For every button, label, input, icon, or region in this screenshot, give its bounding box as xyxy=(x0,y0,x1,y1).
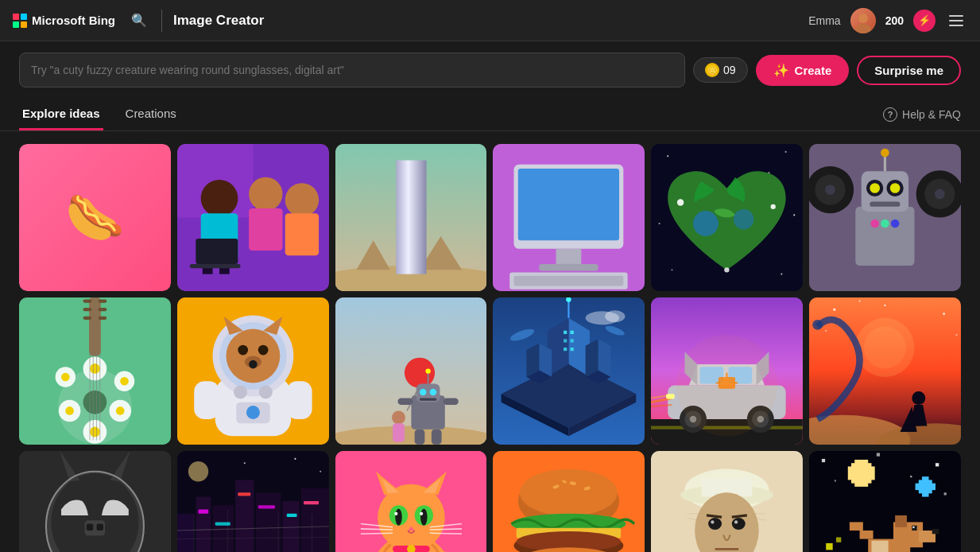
svg-rect-18 xyxy=(396,161,426,274)
coin-icon: 🪙 xyxy=(705,63,719,77)
svg-point-0 xyxy=(858,14,868,23)
svg-point-168 xyxy=(676,335,777,436)
search-icon[interactable]: 🔍 xyxy=(128,10,150,32)
svg-point-173 xyxy=(864,327,906,369)
svg-point-256 xyxy=(520,469,618,516)
help-link[interactable]: ? Help & FAQ xyxy=(883,107,961,122)
bing-logo-icon: Microsoft Bing xyxy=(13,14,115,28)
svg-point-10 xyxy=(285,184,319,217)
svg-point-46 xyxy=(935,189,945,200)
list-item[interactable] xyxy=(651,144,803,291)
svg-rect-306 xyxy=(850,523,863,531)
svg-rect-114 xyxy=(397,398,413,405)
svg-rect-102 xyxy=(287,382,312,420)
svg-rect-209 xyxy=(198,510,208,514)
svg-point-37 xyxy=(677,200,684,206)
image-grid-container: 🌭 xyxy=(0,131,980,552)
svg-point-31 xyxy=(793,215,795,216)
svg-rect-303 xyxy=(913,527,915,528)
list-item[interactable] xyxy=(335,451,487,552)
svg-point-78 xyxy=(116,407,125,416)
list-item[interactable] xyxy=(177,451,329,552)
svg-point-223 xyxy=(320,471,321,472)
list-item[interactable] xyxy=(493,297,645,445)
svg-point-4 xyxy=(201,180,238,217)
list-item[interactable] xyxy=(493,451,645,552)
svg-line-243 xyxy=(360,534,392,535)
header-divider xyxy=(161,10,162,32)
list-item[interactable] xyxy=(177,144,329,291)
tab-explore[interactable]: Explore ideas xyxy=(19,99,103,130)
surprise-button[interactable]: Surprise me xyxy=(857,56,961,85)
avatar[interactable] xyxy=(850,8,876,33)
svg-point-182 xyxy=(825,330,827,332)
svg-point-119 xyxy=(425,369,430,374)
svg-point-38 xyxy=(771,204,776,209)
svg-point-220 xyxy=(188,462,208,482)
svg-point-56 xyxy=(871,220,880,228)
svg-rect-202 xyxy=(301,488,329,552)
svg-rect-53 xyxy=(870,202,900,207)
help-label: Help & FAQ xyxy=(902,108,961,121)
svg-rect-310 xyxy=(872,541,889,552)
svg-rect-210 xyxy=(215,523,230,526)
svg-rect-9 xyxy=(249,208,282,251)
hamburger-menu-icon[interactable] xyxy=(945,10,967,32)
svg-rect-113 xyxy=(420,398,436,401)
svg-point-91 xyxy=(238,345,248,356)
list-item[interactable] xyxy=(19,297,171,445)
svg-rect-211 xyxy=(238,493,250,496)
svg-point-100 xyxy=(246,406,260,419)
svg-point-236 xyxy=(395,509,401,526)
svg-rect-47 xyxy=(855,207,914,266)
svg-point-94 xyxy=(249,360,258,369)
svg-point-70 xyxy=(61,373,70,382)
svg-rect-287 xyxy=(877,453,880,457)
svg-rect-212 xyxy=(258,506,275,509)
logo-area: Microsoft Bing 🔍 xyxy=(13,10,150,32)
coin-count-badge: 09 xyxy=(723,64,736,76)
svg-rect-101 xyxy=(194,382,219,420)
svg-rect-117 xyxy=(432,430,442,445)
svg-rect-304 xyxy=(895,515,907,527)
svg-point-97 xyxy=(234,386,247,399)
svg-rect-60 xyxy=(89,297,101,356)
boost-icon[interactable]: ⚡ xyxy=(913,10,935,32)
svg-rect-290 xyxy=(910,476,912,478)
list-item[interactable] xyxy=(809,297,961,445)
svg-point-276 xyxy=(734,521,738,524)
svg-rect-13 xyxy=(190,264,241,268)
search-input-wrapper[interactable] xyxy=(19,52,685,87)
list-item[interactable] xyxy=(335,297,487,445)
list-item[interactable] xyxy=(493,144,645,291)
list-item[interactable] xyxy=(177,297,329,445)
svg-point-222 xyxy=(294,458,296,460)
list-item[interactable] xyxy=(19,451,171,552)
svg-rect-213 xyxy=(287,514,297,517)
list-item[interactable] xyxy=(809,451,961,552)
svg-rect-135 xyxy=(564,331,567,334)
svg-rect-139 xyxy=(564,348,567,351)
tab-creations[interactable]: Creations xyxy=(122,99,180,130)
svg-rect-288 xyxy=(935,464,939,467)
svg-rect-200 xyxy=(255,493,281,552)
list-item[interactable] xyxy=(335,144,487,291)
svg-point-237 xyxy=(420,509,427,526)
surprise-label: Surprise me xyxy=(874,64,943,77)
create-button[interactable]: ✨ Create xyxy=(756,55,850,86)
list-item[interactable] xyxy=(809,144,961,291)
search-input[interactable] xyxy=(31,64,673,76)
svg-point-32 xyxy=(659,223,660,224)
svg-point-144 xyxy=(605,311,625,323)
svg-rect-291 xyxy=(944,493,947,496)
list-item[interactable]: 🌭 xyxy=(19,144,171,291)
svg-point-178 xyxy=(812,320,823,330)
list-item[interactable] xyxy=(651,297,803,445)
list-item[interactable] xyxy=(651,451,803,552)
svg-line-245 xyxy=(429,529,461,530)
svg-point-39 xyxy=(725,268,730,273)
svg-rect-64 xyxy=(99,300,107,303)
svg-rect-63 xyxy=(83,317,92,320)
svg-rect-65 xyxy=(99,309,107,312)
svg-point-275 xyxy=(711,521,715,524)
